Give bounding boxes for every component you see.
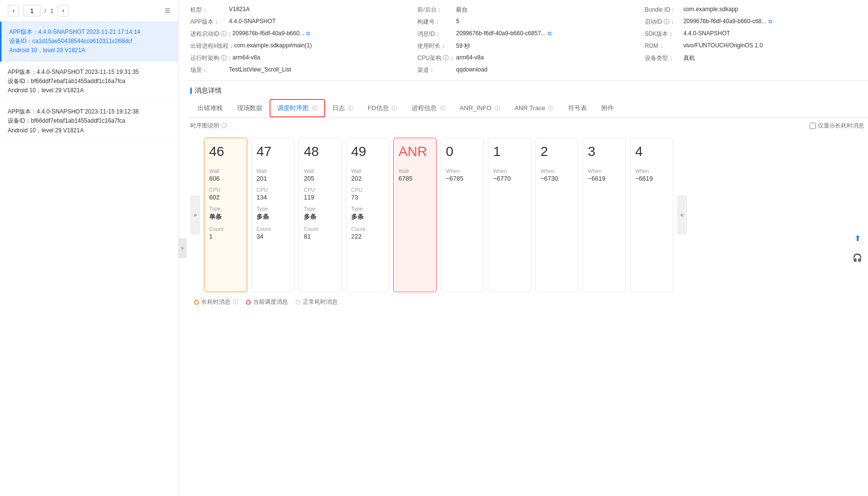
field-label-model: 机型： <box>190 6 229 14</box>
card-4-when-value: −6619 <box>635 175 668 182</box>
legend-current-dot <box>246 300 251 305</box>
card-47-cpu-label: CPU <box>256 187 289 193</box>
sidebar-item-app-version: APP版本：4.4.0-SNAPSHOT 2023-11-15 19:12:38 <box>8 107 171 116</box>
field-value-model: V1821A <box>229 6 250 13</box>
tab-anr-info[interactable]: ANR_INFO ⓘ <box>453 100 507 116</box>
timeline-card-2[interactable]: 2 When −6730 <box>535 138 579 292</box>
sidebar-item-device-id: 设备ID：bf66ddf7ebaf1ab1455addf1c16a7fca <box>8 77 171 86</box>
tab-fd[interactable]: FD信息 ⓘ <box>360 99 404 117</box>
timeline-card-4[interactable]: 4 When −6619 <box>630 138 673 292</box>
field-value-cpu-arch: arm64-v8a <box>456 54 484 61</box>
timeline-area[interactable]: » 46 Wall 606 CPU 602 Type 单条 Count 1 <box>186 134 868 496</box>
card-1-when-label: When <box>493 168 526 174</box>
field-value-crash-thread: com.example.sdkapp#main(1) <box>234 42 312 49</box>
sidebar-item[interactable]: APP版本：4.4.0-SNAPSHOT 2023-11-15 19:31:35… <box>0 62 178 102</box>
field-label-scene: 场景： <box>190 66 229 74</box>
info-row-bundle-id: Bundle ID： com.example.sdkapp <box>641 4 868 16</box>
field-value-msg-id: 2099676b-f6df-40a9-b660-c6857... ⧉ <box>456 30 551 37</box>
info-row-msg-id: 消息ID： 2099676b-f6df-40a9-b660-c6857... ⧉ <box>413 28 640 40</box>
card-0-when-label: When <box>446 168 479 174</box>
card-4-when-label: When <box>635 168 668 174</box>
field-value-runtime-arch: arm64-v8a <box>232 54 260 61</box>
content-inner: 机型： V1821A 前/后台： 前台 Bundle ID： com.examp… <box>186 0 868 496</box>
collapse-sidebar-button[interactable]: » <box>179 239 186 258</box>
info-row-empty <box>641 64 868 76</box>
detail-section-title: 消息详情 <box>186 81 868 99</box>
info-row-scene: 场景： TestListView_Scroll_List <box>186 64 413 76</box>
filter-label-text: 时序图说明 <box>190 122 219 130</box>
card-48-type-value: 多条 <box>304 213 337 221</box>
page-input[interactable] <box>23 5 41 16</box>
filter-long-time-checkbox[interactable] <box>810 123 816 129</box>
card-47-count-value: 34 <box>256 233 289 240</box>
sidebar-item-device-id: 设备ID：ca1d15ae50438544ccb610311c268dcf <box>9 37 171 46</box>
tab-symbol[interactable]: 符号表 <box>561 99 594 117</box>
card-46-count-label: Count <box>209 226 242 232</box>
legend-long-time: 长耗时消息 ⓘ <box>194 298 238 306</box>
timeline-card-0[interactable]: 0 When −6785 <box>441 138 484 292</box>
tab-fd-help-icon: ⓘ <box>392 105 397 111</box>
page-total: 1 <box>50 7 54 14</box>
card-46-type-label: Type <box>209 206 242 212</box>
menu-icon[interactable]: ☰ <box>165 7 171 14</box>
sidebar-item[interactable]: APP版本：4.4.0-SNAPSHOT 2023-11-15 19:12:38… <box>0 101 178 142</box>
scroll-left-expand-button[interactable]: » <box>190 196 200 234</box>
field-label-channel: 渠道： <box>417 66 456 74</box>
legend-current-label: 当前调度消息 <box>253 298 288 306</box>
timeline-card-3[interactable]: 3 When −6619 <box>583 138 626 292</box>
legend-current: 当前调度消息 <box>246 298 288 306</box>
timeline-card-48[interactable]: 48 Wall 205 CPU 119 Type 多条 Count 81 <box>299 138 342 292</box>
info-row-foreground: 前/后台： 前台 <box>413 4 640 16</box>
headphone-button[interactable]: 🎧 <box>851 251 864 265</box>
card-3-number: 3 <box>588 144 621 159</box>
filter-row: 时序图说明 ⓘ 仅显示长耗时消息 <box>186 118 868 134</box>
card-48-wall-value: 205 <box>304 175 337 182</box>
tab-attachment[interactable]: 附件 <box>594 99 621 117</box>
tab-process[interactable]: 进程信息 ⓘ <box>404 99 453 117</box>
card-48-cpu-label: CPU <box>304 187 337 193</box>
field-value-scene: TestListView_Scroll_List <box>229 66 291 73</box>
tab-scene[interactable]: 现场数据 <box>230 99 270 117</box>
card-49-count-value: 222 <box>351 233 384 240</box>
field-label-rom: ROM： <box>645 42 683 50</box>
tab-log[interactable]: 日志 ⓘ <box>325 99 361 117</box>
filter-checkbox-row: 仅显示长耗时消息 <box>810 122 864 130</box>
timeline-card-47[interactable]: 47 Wall 201 CPU 134 Type 多条 Count 34 <box>251 138 295 292</box>
sidebar-item-android-info: Android 10，level 29 V1821A <box>8 126 171 135</box>
sidebar-item-android-info: Android 10，level 29 V1821A <box>9 46 171 55</box>
card-0-when-value: −6785 <box>446 175 479 182</box>
info-row-channel: 渠道： qqdownload <box>413 64 640 76</box>
copy-msg-id-icon[interactable]: ⧉ <box>548 30 552 37</box>
field-value-sdk-ver: 4.4.0-SNAPSHOT <box>683 30 730 37</box>
cards-row: » 46 Wall 606 CPU 602 Type 单条 Count 1 <box>190 138 864 292</box>
timeline-card-46[interactable]: 46 Wall 606 CPU 602 Type 单条 Count 1 <box>204 138 247 292</box>
scroll-to-top-button[interactable]: ⬆ <box>851 232 864 245</box>
tab-timeline[interactable]: 调度时序图 ⓘ <box>270 99 325 117</box>
field-value-foreground: 前台 <box>456 6 468 14</box>
tab-stack[interactable]: 出错堆栈 <box>190 99 230 117</box>
timeline-card-anr[interactable]: ANR Wall 6785 <box>393 138 437 292</box>
field-label-process-id: 进程启动ID ⓘ： <box>190 30 232 38</box>
info-row-build-num: 构建号： 5 <box>413 16 640 28</box>
prev-page-button[interactable]: ‹ <box>8 5 19 16</box>
tabs-bar: 出错堆栈 现场数据 调度时序图 ⓘ 日志 ⓘ FD信息 ⓘ 进程信息 ⓘ ANR… <box>186 99 868 118</box>
detail-title-text: 消息详情 <box>195 86 222 95</box>
field-value-process-id: 2099676b-f6df-40a9-b660... ⧉ <box>232 30 310 37</box>
card-46-cpu-value: 602 <box>209 194 242 201</box>
timeline-card-1[interactable]: 1 When −6770 <box>488 138 531 292</box>
card-46-cpu-label: CPU <box>209 187 242 193</box>
sidebar-item[interactable]: APP版本：4.4.0-SNAPSHOT 2023-11-21 17:14:14… <box>0 22 178 62</box>
filter-help-icon[interactable]: ⓘ <box>221 122 227 130</box>
tab-anr-trace-help-icon: ⓘ <box>548 105 554 111</box>
card-46-wall-label: Wall <box>209 168 242 174</box>
copy-launch-id-icon[interactable]: ⧉ <box>768 18 772 25</box>
copy-process-id-icon[interactable]: ⧉ <box>306 30 310 37</box>
card-2-when-label: When <box>541 168 573 174</box>
tab-anr-trace[interactable]: ANR Trace ⓘ <box>507 100 561 116</box>
timeline-card-49[interactable]: 49 Wall 202 CPU 73 Type 多条 Count 222 <box>346 138 389 292</box>
card-47-type-label: Type <box>256 206 289 212</box>
next-page-button[interactable]: › <box>57 5 69 16</box>
scroll-right-expand-button[interactable]: « <box>677 196 687 234</box>
legend-long-time-help-icon[interactable]: ⓘ <box>233 298 238 306</box>
field-value-bundle-id: com.example.sdkapp <box>683 6 738 13</box>
